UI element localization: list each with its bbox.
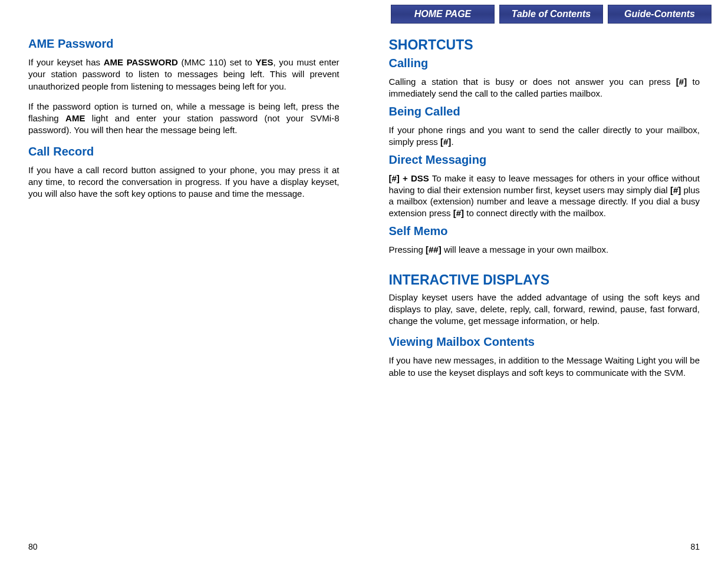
page-number-right: 81 bbox=[690, 542, 700, 551]
being-called-p: If your phone rings and you want to send… bbox=[389, 124, 700, 147]
ame-password-p1: If your keyset has AME PASSWORD (MMC 110… bbox=[28, 57, 340, 92]
direct-messaging-p: [#] + DSS To make it easy to leave messa… bbox=[389, 173, 700, 219]
viewing-mailbox-p: If you have new messages, in addition to… bbox=[389, 355, 700, 379]
heading-self-memo: Self Memo bbox=[389, 224, 700, 238]
interactive-displays-p: Display keyset users have the added adva… bbox=[389, 292, 700, 328]
heading-viewing-mailbox: Viewing Mailbox Contents bbox=[389, 335, 700, 349]
nav-tabs: HOME PAGE Table of Contents Guide-Conten… bbox=[391, 5, 711, 24]
heading-ame-password: AME Password bbox=[28, 37, 340, 51]
page-spread: AME Password If your keyset has AME PASS… bbox=[0, 32, 728, 387]
heading-being-called: Being Called bbox=[389, 105, 700, 118]
heading-calling: Calling bbox=[389, 57, 700, 70]
page-number-left: 80 bbox=[28, 542, 38, 551]
call-record-p: If you have a call record button assigne… bbox=[28, 164, 340, 200]
heading-shortcuts: SHORTCUTS bbox=[389, 37, 700, 53]
self-memo-p: Pressing [##] will leave a message in yo… bbox=[389, 244, 700, 256]
heading-call-record: Call Record bbox=[28, 145, 340, 158]
nav-table-of-contents[interactable]: Table of Contents bbox=[499, 5, 603, 24]
right-page: SHORTCUTS Calling Calling a station that… bbox=[364, 32, 729, 387]
heading-interactive-displays: INTERACTIVE DISPLAYS bbox=[389, 272, 700, 288]
left-page: AME Password If your keyset has AME PASS… bbox=[0, 32, 364, 387]
ame-password-p2: If the password option is turned on, whi… bbox=[28, 101, 340, 137]
heading-direct-messaging: Direct Messaging bbox=[389, 153, 700, 167]
nav-guide-contents[interactable]: Guide-Contents bbox=[608, 5, 711, 24]
nav-home-page[interactable]: HOME PAGE bbox=[391, 5, 495, 24]
calling-p: Calling a station that is busy or does n… bbox=[389, 76, 700, 99]
